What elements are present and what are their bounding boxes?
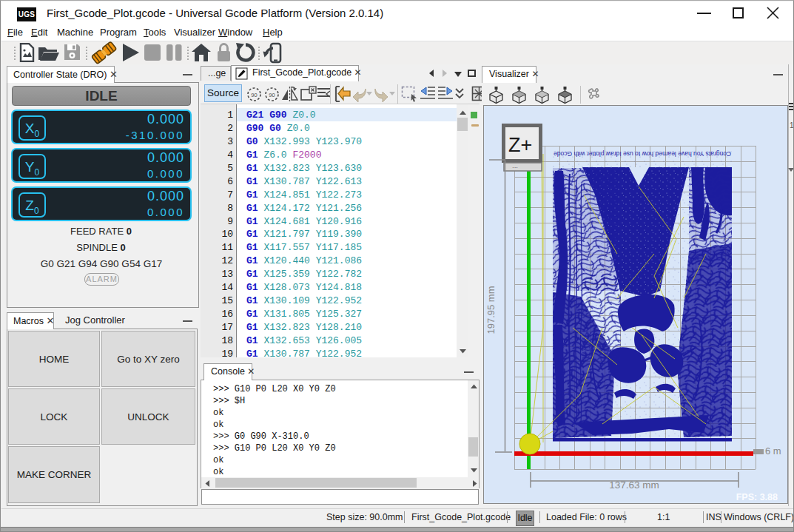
svg-text:197.95 mm: 197.95 mm: [485, 286, 497, 334]
svg-text:90: 90: [251, 92, 257, 98]
svg-text:6 m: 6 m: [765, 445, 781, 457]
svg-text:Congrats You have learned how: Congrats You have learned how to use Idr…: [554, 150, 731, 158]
svg-text:90: 90: [269, 92, 275, 98]
svg-text:137.63 mm: 137.63 mm: [609, 479, 659, 491]
svg-text:FPS: 3.88: FPS: 3.88: [736, 492, 778, 502]
svg-text:Z+: Z+: [508, 134, 532, 156]
svg-text:···: ···: [512, 164, 518, 171]
